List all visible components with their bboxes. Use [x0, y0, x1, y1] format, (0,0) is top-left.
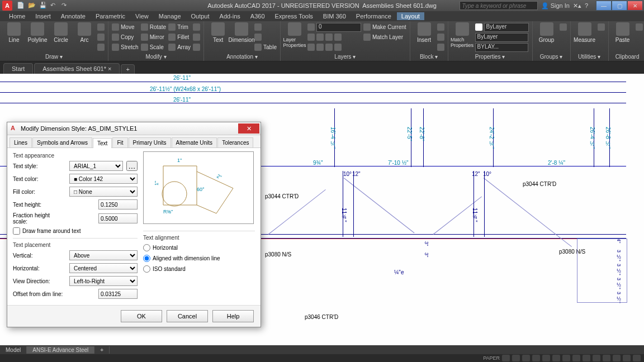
text-style-select[interactable]: ARIAL_1	[69, 161, 123, 171]
status-icon[interactable]	[623, 355, 631, 361]
dialog-close-button[interactable]: ✕	[238, 123, 259, 134]
align-iso-radio[interactable]	[143, 265, 150, 273]
horizontal-select[interactable]: Centered	[69, 263, 138, 273]
tab-home[interactable]: Home	[4, 12, 30, 20]
model-tab[interactable]: Model	[0, 346, 27, 354]
panel-label[interactable]: Block ▾	[414, 53, 444, 60]
util-misc[interactable]	[598, 22, 605, 32]
offset-input[interactable]	[98, 289, 138, 299]
panel-label[interactable]: Modify ▾	[112, 53, 200, 60]
tab-document[interactable]: Assemblies Sheet 601* ×	[34, 63, 120, 74]
sign-in-button[interactable]: 👤 Sign In	[541, 2, 570, 9]
panel-label[interactable]: Properties ▾	[452, 53, 529, 60]
make-current-button[interactable]: Make Current	[363, 22, 406, 32]
close-button[interactable]: ✕	[627, 1, 643, 11]
help-search-input[interactable]	[460, 1, 538, 10]
status-icon[interactable]	[532, 355, 540, 361]
color-combo[interactable]: ByLayer	[475, 22, 529, 32]
draw-misc-3[interactable]	[97, 42, 105, 52]
panel-label[interactable]: Utilities ▾	[574, 53, 605, 60]
status-icon[interactable]	[522, 355, 530, 361]
match-properties-button[interactable]: Match Properties	[452, 22, 473, 48]
layer-combo-row[interactable]: 0	[307, 22, 361, 32]
tab-addins[interactable]: Add-ins	[215, 12, 245, 20]
tab-annotate[interactable]: Annotate	[56, 12, 90, 20]
tab-output[interactable]: Output	[187, 12, 214, 20]
text-button[interactable]: Text	[207, 22, 229, 43]
trim-button[interactable]: Trim	[168, 22, 191, 32]
tab-manage[interactable]: Manage	[154, 12, 186, 20]
text-style-browse[interactable]: …	[126, 161, 138, 171]
block-misc-2[interactable]	[437, 32, 444, 42]
measure-button[interactable]: Measure	[574, 22, 595, 43]
text-color-select[interactable]: ■ Color 142	[69, 174, 138, 184]
qat-redo-icon[interactable]: ↷	[61, 2, 69, 9]
move-button[interactable]: Move	[112, 22, 139, 32]
minimize-button[interactable]: —	[596, 1, 612, 11]
maximize-button[interactable]: ▢	[612, 1, 627, 11]
qat-undo-icon[interactable]: ↶	[50, 2, 58, 9]
dimension-button[interactable]: Dimension	[231, 22, 252, 43]
layout-tab[interactable]: ANSI-E Advance Steel	[27, 346, 94, 354]
tab-lines[interactable]: Lines	[10, 137, 32, 147]
text-height-input[interactable]	[98, 199, 138, 209]
status-icon[interactable]	[613, 355, 621, 361]
help-button[interactable]: Help	[212, 310, 254, 322]
rotate-button[interactable]: Rotate	[141, 22, 166, 32]
qat-open-icon[interactable]: 📂	[28, 2, 36, 9]
ok-button[interactable]: OK	[121, 310, 162, 322]
lineweight-combo[interactable]: ByLayer	[475, 32, 529, 42]
status-icon[interactable]	[603, 355, 610, 361]
status-icon[interactable]	[502, 355, 510, 361]
fillet-button[interactable]: Fillet	[168, 32, 191, 42]
tab-symbols[interactable]: Symbols and Arrows	[32, 137, 92, 147]
tab-fit[interactable]: Fit	[112, 137, 127, 147]
tab-a360[interactable]: A360	[246, 12, 269, 20]
layer-properties-button[interactable]: Layer Properties	[284, 22, 305, 48]
status-icon[interactable]	[542, 355, 550, 361]
tab-view[interactable]: View	[131, 12, 153, 20]
tab-alternate[interactable]: Alternate Units	[172, 137, 217, 147]
tab-parametric[interactable]: Parametric	[91, 12, 130, 20]
layer-icons[interactable]	[307, 32, 361, 42]
group-button[interactable]: Group	[536, 22, 557, 43]
status-icon[interactable]	[552, 355, 560, 361]
align-dimension-radio[interactable]	[143, 255, 150, 262]
tab-bim360[interactable]: BIM 360	[319, 12, 351, 20]
panel-label[interactable]: Groups ▾	[536, 53, 567, 60]
add-layout-tab[interactable]: +	[94, 346, 110, 354]
status-icon[interactable]	[593, 355, 600, 361]
draw-misc-2[interactable]	[97, 32, 105, 42]
tab-close-icon[interactable]: ×	[108, 65, 111, 72]
table-button[interactable]: Table	[254, 42, 277, 52]
tab-tolerances[interactable]: Tolerances	[217, 137, 253, 147]
block-misc-3[interactable]	[437, 42, 444, 52]
status-icon[interactable]	[633, 355, 641, 361]
tab-insert[interactable]: Insert	[31, 12, 55, 20]
space-indicator[interactable]: PAPER	[483, 355, 500, 361]
tab-new[interactable]: +	[121, 64, 134, 74]
tab-performance[interactable]: Performance	[352, 12, 396, 20]
clip-misc[interactable]	[636, 22, 643, 32]
tab-express[interactable]: Express Tools	[271, 12, 318, 20]
tab-primary[interactable]: Primary Units	[129, 137, 171, 147]
mirror-button[interactable]: Mirror	[141, 32, 166, 42]
draw-frame-checkbox[interactable]	[13, 227, 20, 235]
status-icon[interactable]	[512, 355, 520, 361]
stretch-button[interactable]: Stretch	[112, 42, 139, 52]
status-icon[interactable]	[572, 355, 580, 361]
tab-layout[interactable]: Layout	[397, 12, 424, 20]
arc-button[interactable]: Arc	[74, 22, 95, 43]
fraction-height-input[interactable]	[98, 213, 138, 223]
block-misc-1[interactable]	[437, 22, 444, 32]
exchange-icon[interactable]: ✕▴	[573, 2, 581, 9]
scale-button[interactable]: Scale	[141, 42, 166, 52]
status-icon[interactable]	[583, 355, 590, 361]
tab-start[interactable]: Start	[3, 63, 33, 74]
insert-button[interactable]: Insert	[414, 22, 435, 43]
vertical-select[interactable]: Above	[69, 250, 138, 260]
help-icon[interactable]: ?	[585, 2, 588, 9]
group-misc[interactable]	[560, 22, 567, 32]
qat-new-icon[interactable]: 📄	[17, 2, 25, 9]
align-horizontal-radio[interactable]	[143, 244, 150, 251]
